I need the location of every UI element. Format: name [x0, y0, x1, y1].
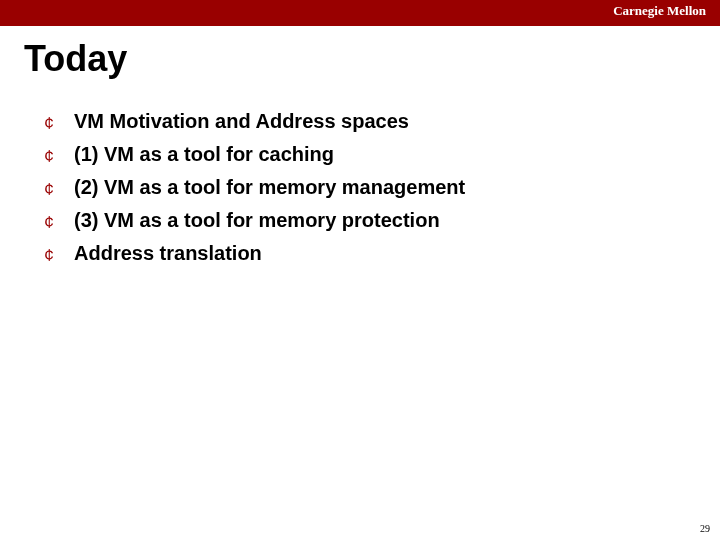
- slide: Carnegie Mellon Today ¢ VM Motivation an…: [0, 0, 720, 540]
- list-item: ¢ (1) VM as a tool for caching: [44, 141, 680, 170]
- slide-title: Today: [24, 38, 127, 80]
- bullet-text: (2) VM as a tool for memory management: [74, 174, 465, 200]
- bullet-list: ¢ VM Motivation and Address spaces ¢ (1)…: [44, 108, 680, 273]
- bullet-text: Address translation: [74, 240, 262, 266]
- bullet-text: VM Motivation and Address spaces: [74, 108, 409, 134]
- brand-label: Carnegie Mellon: [613, 3, 706, 19]
- top-bar: Carnegie Mellon: [0, 0, 720, 26]
- bullet-icon: ¢: [44, 177, 74, 203]
- list-item: ¢ Address translation: [44, 240, 680, 269]
- bullet-icon: ¢: [44, 243, 74, 269]
- bullet-icon: ¢: [44, 210, 74, 236]
- bullet-text: (3) VM as a tool for memory protection: [74, 207, 440, 233]
- bullet-icon: ¢: [44, 111, 74, 137]
- list-item: ¢ (2) VM as a tool for memory management: [44, 174, 680, 203]
- bullet-icon: ¢: [44, 144, 74, 170]
- list-item: ¢ VM Motivation and Address spaces: [44, 108, 680, 137]
- bullet-text: (1) VM as a tool for caching: [74, 141, 334, 167]
- page-number: 29: [700, 523, 710, 534]
- list-item: ¢ (3) VM as a tool for memory protection: [44, 207, 680, 236]
